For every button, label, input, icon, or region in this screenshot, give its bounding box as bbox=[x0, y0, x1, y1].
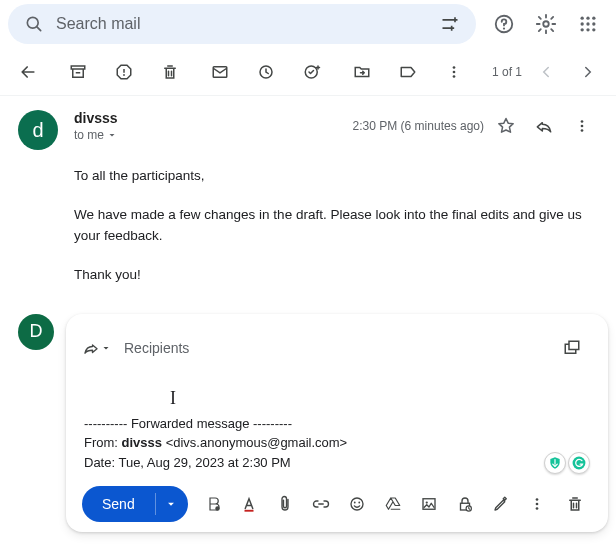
search-options-icon[interactable] bbox=[436, 10, 464, 38]
svg-point-30 bbox=[215, 506, 220, 511]
svg-point-41 bbox=[535, 507, 538, 510]
formatting-options-icon[interactable] bbox=[196, 487, 230, 521]
dropdown-icon bbox=[106, 129, 118, 141]
apps-icon[interactable] bbox=[568, 4, 608, 44]
svg-point-23 bbox=[453, 75, 456, 78]
body-paragraph: Thank you! bbox=[74, 265, 598, 286]
svg-point-26 bbox=[581, 129, 584, 132]
svg-point-25 bbox=[581, 125, 584, 128]
svg-point-8 bbox=[581, 22, 584, 25]
svg-point-6 bbox=[586, 17, 589, 20]
compose-body[interactable]: I ---------- Forwarded message ---------… bbox=[82, 374, 592, 473]
more-actions-icon[interactable] bbox=[436, 54, 472, 90]
svg-rect-14 bbox=[71, 66, 85, 69]
svg-line-1 bbox=[37, 27, 41, 31]
prev-message-button[interactable] bbox=[528, 54, 564, 90]
svg-point-33 bbox=[354, 502, 356, 504]
delete-button[interactable] bbox=[152, 54, 188, 90]
send-options-button[interactable] bbox=[156, 486, 188, 522]
svg-point-32 bbox=[351, 498, 363, 510]
send-button[interactable]: Send bbox=[82, 486, 155, 522]
reply-button[interactable] bbox=[528, 110, 560, 142]
popout-icon[interactable] bbox=[552, 328, 592, 368]
search-input[interactable] bbox=[56, 15, 436, 33]
svg-point-5 bbox=[581, 17, 584, 20]
confidential-mode-icon[interactable] bbox=[448, 487, 482, 521]
star-button[interactable] bbox=[490, 110, 522, 142]
forward-type-icon[interactable] bbox=[82, 339, 112, 357]
compose-avatar: D bbox=[18, 314, 54, 350]
text-cursor: I bbox=[170, 388, 176, 406]
recipients-field[interactable]: Recipients bbox=[124, 340, 189, 356]
labels-button[interactable] bbox=[390, 54, 426, 90]
insert-link-icon[interactable] bbox=[304, 487, 338, 521]
forward-from-line: From: divsss <divs.anonymous@gmail.com> bbox=[84, 433, 592, 453]
grammarly-shield-icon[interactable] bbox=[544, 452, 566, 474]
body-paragraph: We have made a few changes in the draft.… bbox=[74, 205, 598, 247]
email-more-icon[interactable] bbox=[566, 110, 598, 142]
svg-rect-28 bbox=[569, 341, 579, 349]
snooze-button[interactable] bbox=[248, 54, 284, 90]
svg-point-36 bbox=[425, 502, 427, 504]
insert-drive-icon[interactable] bbox=[376, 487, 410, 521]
insert-emoji-icon[interactable] bbox=[340, 487, 374, 521]
send-button-group: Send bbox=[82, 486, 188, 522]
next-message-button[interactable] bbox=[570, 54, 606, 90]
svg-point-12 bbox=[586, 28, 589, 31]
text-format-icon[interactable] bbox=[232, 487, 266, 521]
grammarly-icon[interactable] bbox=[568, 452, 590, 474]
svg-point-29 bbox=[572, 457, 585, 470]
insert-signature-icon[interactable] bbox=[484, 487, 518, 521]
dropdown-icon bbox=[100, 342, 112, 354]
search-icon bbox=[20, 10, 48, 38]
forward-divider: ---------- Forwarded message --------- bbox=[84, 414, 592, 434]
svg-point-9 bbox=[586, 22, 589, 25]
report-spam-button[interactable] bbox=[106, 54, 142, 90]
svg-point-13 bbox=[592, 28, 595, 31]
back-button[interactable] bbox=[10, 54, 46, 90]
add-task-button[interactable] bbox=[294, 54, 330, 90]
svg-point-4 bbox=[543, 21, 549, 27]
svg-point-34 bbox=[358, 502, 360, 504]
svg-point-11 bbox=[581, 28, 584, 31]
sender-avatar: d bbox=[18, 110, 58, 150]
attach-file-icon[interactable] bbox=[268, 487, 302, 521]
svg-point-24 bbox=[581, 120, 584, 123]
mark-unread-button[interactable] bbox=[202, 54, 238, 90]
archive-button[interactable] bbox=[60, 54, 96, 90]
compose-more-icon[interactable] bbox=[520, 487, 554, 521]
body-paragraph: To all the participants, bbox=[74, 166, 598, 187]
compose-card: Recipients I ---------- Forwarded messag… bbox=[66, 314, 608, 533]
svg-point-10 bbox=[592, 22, 595, 25]
insert-photo-icon[interactable] bbox=[412, 487, 446, 521]
help-icon[interactable] bbox=[484, 4, 524, 44]
svg-point-22 bbox=[453, 70, 456, 73]
svg-point-21 bbox=[453, 66, 456, 69]
svg-point-39 bbox=[535, 498, 538, 501]
to-line[interactable]: to me bbox=[74, 128, 353, 142]
svg-point-40 bbox=[535, 503, 538, 506]
discard-draft-icon[interactable] bbox=[558, 487, 592, 521]
move-to-button[interactable] bbox=[344, 54, 380, 90]
forward-date-line: Date: Tue, Aug 29, 2023 at 2:30 PM bbox=[84, 453, 592, 473]
svg-point-3 bbox=[503, 27, 505, 29]
search-bar[interactable] bbox=[8, 4, 476, 44]
svg-point-7 bbox=[592, 17, 595, 20]
message-counter: 1 of 1 bbox=[492, 65, 522, 79]
timestamp: 2:30 PM (6 minutes ago) bbox=[353, 119, 484, 133]
sender-name: divsss bbox=[74, 110, 353, 126]
svg-point-17 bbox=[123, 74, 125, 76]
settings-icon[interactable] bbox=[526, 4, 566, 44]
